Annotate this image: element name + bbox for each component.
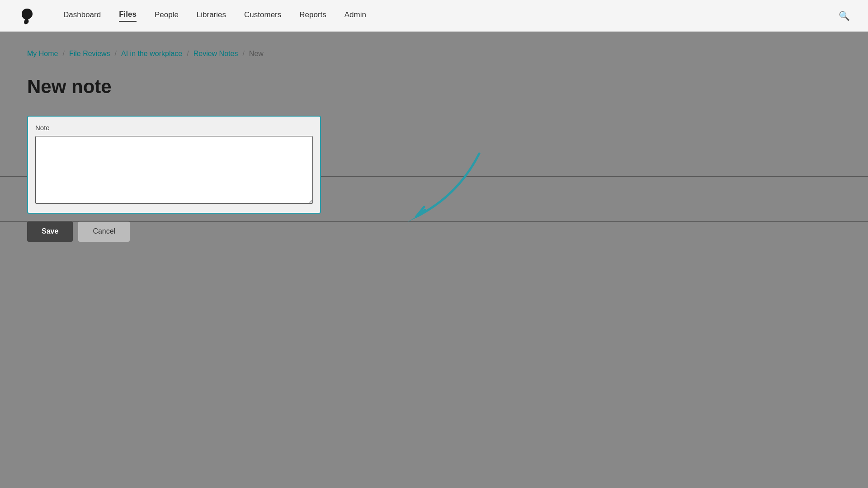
nav-reports[interactable]: Reports: [299, 10, 326, 21]
breadcrumb-sep-2: /: [115, 50, 117, 58]
navbar: Dashboard Files People Libraries Custome…: [0, 0, 868, 32]
nav-admin[interactable]: Admin: [344, 10, 366, 21]
main-content: My Home / File Reviews / AI in the workp…: [0, 32, 868, 260]
nav-links: Dashboard Files People Libraries Custome…: [63, 10, 850, 22]
breadcrumb-ai-workplace[interactable]: AI in the workplace: [121, 50, 182, 58]
breadcrumb-sep-1: /: [62, 50, 64, 58]
nav-dashboard[interactable]: Dashboard: [63, 10, 101, 21]
page-title: New note: [27, 76, 841, 98]
save-button[interactable]: Save: [27, 221, 73, 242]
nav-people[interactable]: People: [155, 10, 179, 21]
breadcrumb-my-home[interactable]: My Home: [27, 50, 58, 58]
note-label: Note: [35, 124, 313, 131]
breadcrumb-sep-3: /: [187, 50, 189, 58]
breadcrumb-review-notes[interactable]: Review Notes: [193, 50, 238, 58]
nav-libraries[interactable]: Libraries: [197, 10, 226, 21]
note-form: Note: [27, 116, 321, 214]
nav-files[interactable]: Files: [119, 10, 137, 22]
search-icon[interactable]: 🔍: [839, 10, 850, 21]
button-row: Save Cancel: [27, 221, 841, 242]
breadcrumb-new: New: [249, 50, 264, 58]
note-textarea[interactable]: [35, 136, 313, 204]
nav-customers[interactable]: Customers: [244, 10, 281, 21]
breadcrumb: My Home / File Reviews / AI in the workp…: [27, 50, 841, 58]
breadcrumb-file-reviews[interactable]: File Reviews: [69, 50, 110, 58]
cancel-button[interactable]: Cancel: [78, 221, 130, 242]
background-line-2: [0, 221, 868, 222]
app-logo: [18, 7, 36, 25]
breadcrumb-sep-4: /: [242, 50, 244, 58]
